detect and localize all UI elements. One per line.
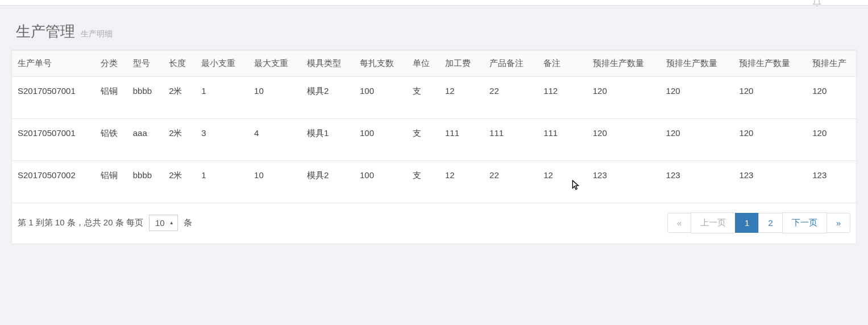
table-scroll[interactable]: 生产单号分类型号长度最小支重最大支重模具类型每扎支数单位加工费产品备注备注预排生… — [12, 50, 856, 203]
page-size-value: 10 — [155, 218, 165, 228]
table-cell: 100 — [354, 161, 407, 203]
table-cell: 12 — [538, 161, 587, 203]
production-table: 生产单号分类型号长度最小支重最大支重模具类型每扎支数单位加工费产品备注备注预排生… — [12, 50, 856, 203]
column-header[interactable]: 预排生产数量 — [587, 51, 661, 77]
table-row[interactable]: S20170507002铝铜bbbb2米110模具2100支1222121231… — [12, 161, 856, 203]
table-cell: 10 — [248, 77, 301, 119]
table-cell: 120 — [733, 77, 807, 119]
column-header[interactable]: 最小支重 — [196, 51, 248, 77]
first-page-button[interactable]: « — [667, 213, 691, 233]
column-header[interactable]: 备注 — [538, 51, 587, 77]
page-number-button[interactable]: 2 — [758, 213, 782, 233]
bell-icon[interactable] — [812, 0, 821, 10]
data-card: 生产单号分类型号长度最小支重最大支重模具类型每扎支数单位加工费产品备注备注预排生… — [11, 50, 857, 244]
table-cell: 100 — [354, 119, 407, 161]
page-info-suffix: 条 — [184, 217, 192, 228]
table-row[interactable]: S20170507001铝铜bbbb2米110模具2100支1222112120… — [12, 77, 856, 119]
column-header[interactable]: 分类 — [95, 51, 127, 77]
table-cell: 100 — [354, 77, 407, 119]
table-cell: 123 — [733, 161, 807, 203]
page-title: 生产管理 — [16, 22, 75, 42]
table-cell: 支 — [407, 161, 439, 203]
table-cell: 123 — [661, 161, 734, 203]
page-size-select[interactable]: 10 — [149, 215, 178, 231]
table-cell: 2米 — [163, 77, 196, 119]
column-header[interactable]: 型号 — [127, 51, 163, 77]
column-header[interactable]: 预排生产数量 — [733, 51, 807, 77]
page-header: 生产管理 生产明细 — [11, 6, 857, 50]
table-cell: 22 — [484, 161, 538, 203]
table-cell: 4 — [248, 119, 301, 161]
column-header[interactable]: 预排生产数量 — [661, 51, 734, 77]
page-info-text: 第 1 到第 10 条，总共 20 条 每页 — [18, 217, 143, 228]
next-page-button[interactable]: 下一页 — [782, 212, 827, 233]
pagination: « 上一页 12下一页 » — [668, 212, 850, 233]
table-cell: aaa — [127, 119, 163, 161]
table-cell: 模具1 — [301, 119, 354, 161]
table-cell: 123 — [807, 161, 856, 203]
column-header[interactable]: 长度 — [163, 51, 196, 77]
table-cell: S20170507001 — [12, 119, 95, 161]
column-header[interactable]: 最大支重 — [248, 51, 301, 77]
page-info: 第 1 到第 10 条，总共 20 条 每页 10 条 — [18, 215, 192, 231]
last-page-button[interactable]: » — [827, 213, 850, 233]
column-header[interactable]: 每扎支数 — [354, 51, 407, 77]
column-header[interactable]: 生产单号 — [12, 51, 95, 77]
table-cell: 120 — [807, 119, 856, 161]
table-row[interactable]: S20170507001铝铁aaa2米34模具1100支111111111120… — [12, 119, 856, 161]
table-cell: 111 — [484, 119, 538, 161]
table-cell: 111 — [439, 119, 484, 161]
table-cell: 2米 — [163, 161, 196, 203]
table-cell: 123 — [587, 161, 661, 203]
table-cell: 铝铜 — [95, 77, 127, 119]
table-cell: 120 — [587, 77, 661, 119]
table-cell: 22 — [484, 77, 538, 119]
table-cell: 1 — [196, 77, 248, 119]
table-cell: 1 — [196, 161, 248, 203]
table-cell: 120 — [587, 119, 661, 161]
table-cell: S20170507001 — [12, 77, 95, 119]
table-cell: 2米 — [163, 119, 196, 161]
table-cell: 120 — [661, 119, 734, 161]
table-cell: 120 — [661, 77, 734, 119]
table-cell: 112 — [538, 77, 587, 119]
column-header[interactable]: 单位 — [407, 51, 439, 77]
column-header[interactable]: 产品备注 — [484, 51, 538, 77]
table-cell: 铝铜 — [95, 161, 127, 203]
column-header[interactable]: 预排生产 — [807, 51, 856, 77]
column-header[interactable]: 模具类型 — [301, 51, 354, 77]
table-cell: 10 — [248, 161, 301, 203]
page-subtitle: 生产明细 — [81, 29, 113, 39]
prev-page-button[interactable]: 上一页 — [691, 212, 736, 233]
table-cell: 模具2 — [301, 77, 354, 119]
table-cell: 铝铁 — [95, 119, 127, 161]
table-cell: 12 — [439, 77, 484, 119]
column-header[interactable]: 加工费 — [439, 51, 484, 77]
table-cell: 支 — [407, 77, 439, 119]
table-cell: 3 — [196, 119, 248, 161]
table-cell: 111 — [538, 119, 587, 161]
table-cell: bbbb — [127, 77, 163, 119]
table-cell: 支 — [407, 119, 439, 161]
table-cell: 120 — [807, 77, 856, 119]
page-number-button[interactable]: 1 — [735, 213, 759, 233]
table-cell: S20170507002 — [12, 161, 95, 203]
table-cell: 120 — [733, 119, 807, 161]
table-cell: bbbb — [127, 161, 163, 203]
table-footer: 第 1 到第 10 条，总共 20 条 每页 10 条 « 上一页 12下一页 … — [12, 203, 856, 244]
table-cell: 12 — [439, 161, 484, 203]
table-cell: 模具2 — [301, 161, 354, 203]
